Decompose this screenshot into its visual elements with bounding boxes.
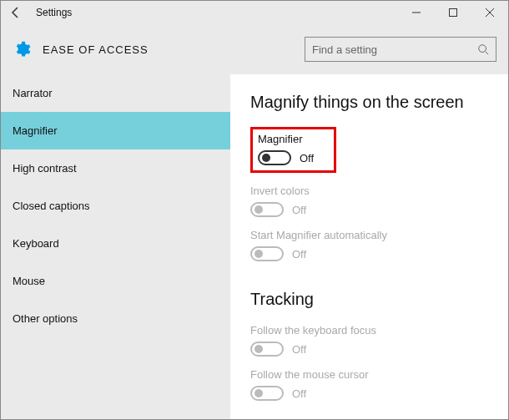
- titlebar: Settings: [1, 1, 508, 24]
- toggle-state: Off: [292, 343, 306, 356]
- sidebar-item-label: Narrator: [13, 87, 53, 99]
- search-input[interactable]: [312, 43, 477, 56]
- svg-rect-1: [450, 9, 457, 17]
- search-box[interactable]: [305, 37, 496, 62]
- gear-icon: [13, 40, 31, 58]
- sidebar-item-high-contrast[interactable]: High contrast: [1, 149, 230, 187]
- sidebar-item-keyboard[interactable]: Keyboard: [1, 225, 230, 262]
- setting-label-autostart: Start Magnifier automatically: [250, 229, 501, 241]
- content: Magnify things on the screen Magnifier O…: [230, 74, 508, 419]
- toggle-mouse-cursor: [250, 386, 284, 401]
- toggle-state: Off: [292, 387, 306, 400]
- sidebar-item-magnifier[interactable]: Magnifier: [1, 112, 230, 149]
- sidebar-item-closed-captions[interactable]: Closed captions: [1, 187, 230, 225]
- sidebar-item-other-options[interactable]: Other options: [1, 300, 230, 337]
- toggle-autostart: [250, 246, 284, 261]
- sidebar-item-label: Magnifier: [13, 124, 57, 137]
- minimize-button[interactable]: [398, 1, 435, 24]
- setting-label-magnifier: Magnifier: [258, 133, 314, 145]
- highlight-box: Magnifier Off: [250, 127, 336, 173]
- setting-label-invert: Invert colors: [250, 185, 501, 197]
- toggle-state: Off: [292, 204, 306, 216]
- toggle-invert-colors: [250, 202, 284, 217]
- section-heading-magnify: Magnify things on the screen: [250, 93, 501, 112]
- sidebar-item-label: High contrast: [13, 162, 77, 175]
- sidebar-item-narrator[interactable]: Narrator: [1, 74, 230, 112]
- sidebar-item-mouse[interactable]: Mouse: [1, 262, 230, 300]
- window-title: Settings: [36, 7, 72, 18]
- search-icon: [477, 43, 489, 55]
- toggle-state: Off: [292, 248, 306, 261]
- page-title: EASE OF ACCESS: [43, 43, 149, 56]
- sidebar-item-label: Mouse: [13, 275, 45, 287]
- svg-line-5: [486, 52, 489, 55]
- setting-label-mouse-cursor: Follow the mouse cursor: [250, 368, 501, 381]
- svg-point-4: [479, 45, 486, 53]
- toggle-state: Off: [300, 152, 314, 164]
- back-button[interactable]: [4, 1, 28, 24]
- header: EASE OF ACCESS: [1, 24, 508, 74]
- setting-label-keyboard-focus: Follow the keyboard focus: [250, 324, 501, 337]
- toggle-magnifier[interactable]: [258, 150, 291, 165]
- section-heading-tracking: Tracking: [250, 290, 501, 309]
- maximize-button[interactable]: [435, 1, 471, 24]
- sidebar-item-label: Other options: [13, 312, 78, 325]
- sidebar-item-label: Keyboard: [13, 237, 59, 250]
- sidebar-item-label: Closed captions: [13, 200, 90, 212]
- close-button[interactable]: [471, 1, 508, 24]
- sidebar: Narrator Magnifier High contrast Closed …: [1, 74, 230, 419]
- toggle-keyboard-focus: [250, 342, 284, 357]
